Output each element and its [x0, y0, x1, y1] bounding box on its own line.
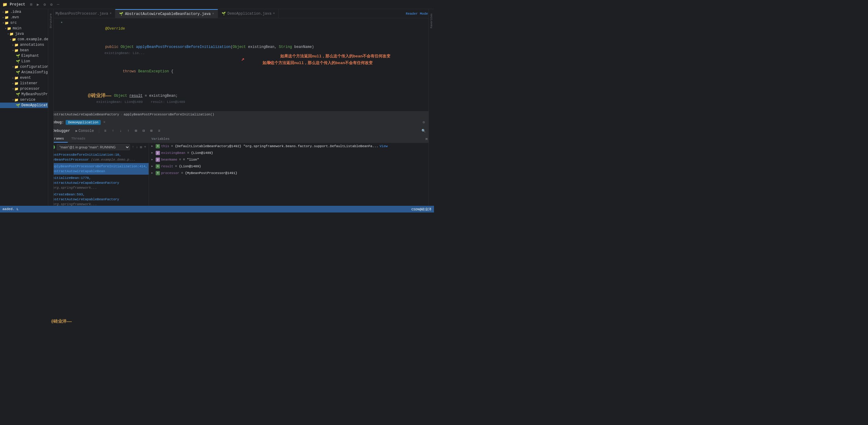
sidebar-item-java[interactable]: ▾ 📁 java	[0, 31, 48, 37]
breadcrumb-part1[interactable]: AbstractAutowireCapableBeanFactory	[51, 113, 119, 116]
minimize-icon[interactable]: —	[56, 2, 60, 7]
type-text: Object	[232, 45, 248, 49]
thread-selector: ▶ "main"@1 in group "main": RUNNING ↑ ↓ …	[48, 143, 149, 151]
debug-tab-close[interactable]: ×	[103, 120, 105, 125]
debug-search-icon[interactable]: 🔍	[422, 129, 426, 133]
tab-close-icon[interactable]: ×	[110, 12, 112, 15]
type-text: BeansException	[138, 69, 169, 73]
tab-abstractautowire[interactable]: 🌱 AbstractAutowireCapableBeanFactory.jav…	[115, 9, 218, 18]
tab-close-icon[interactable]: ×	[273, 12, 275, 15]
sidebar-item-mybeanpostprocessor[interactable]: 🌱 MyBeanPostProcessor	[0, 92, 48, 97]
debug-app-tab[interactable]: DemoApplication	[66, 120, 101, 125]
structure-icon[interactable]: ⊞	[29, 2, 34, 7]
step-down-btn[interactable]: ↓	[118, 128, 124, 134]
thread-add[interactable]: +	[144, 145, 146, 149]
step-up-btn[interactable]: ↑	[110, 128, 116, 134]
frame-item[interactable]: postProcessBeforeInitialization:10, MyBe…	[48, 151, 149, 163]
code-line: Object result = existingBean; existingBe…	[48, 87, 434, 111]
step-settings-btn[interactable]: ≡	[102, 128, 108, 134]
var-eq: =	[181, 171, 183, 176]
tab-close-icon[interactable]: ×	[212, 12, 214, 16]
code-line: ● @Override	[48, 20, 434, 38]
var-expand-icon[interactable]: ▶	[151, 164, 154, 169]
sidebar-item-src[interactable]: ▾ 📁 src	[0, 20, 48, 26]
var-item-existingbean[interactable]: ▶ p existingBean = {Lion@1489}	[149, 150, 434, 156]
vtab-structure[interactable]: Structure	[49, 11, 54, 30]
thread-select[interactable]: "main"@1 in group "main": RUNNING	[57, 144, 130, 150]
var-type-icon: p	[156, 151, 160, 155]
sidebar-item-elephant[interactable]: 🌱 Elephant	[0, 53, 48, 59]
frame-method: initializeBean:1770, AbstractAutowireCap…	[51, 176, 119, 185]
var-type-icon: ≡	[156, 144, 160, 148]
frame-item[interactable]: initializeBean:1770, AbstractAutowireCap…	[48, 175, 149, 191]
code-editor[interactable]: ● @Override public Object applyBeanPostP…	[48, 18, 434, 111]
keyword: throws	[96, 69, 138, 73]
console-tab-btn[interactable]: ▶ Console	[74, 128, 96, 134]
thread-nav-up[interactable]: ↑	[132, 145, 134, 149]
threads-tab-btn[interactable]: Threads	[68, 135, 89, 143]
var-expand-icon[interactable]: ▶	[151, 157, 154, 162]
var-value: {Lion@1489}	[191, 151, 213, 155]
sidebar-item-animalconfig[interactable]: 🌱 AnimalConfig	[0, 70, 48, 75]
tab-mybeanpostprocessor[interactable]: ☕ MyBeanPostProcessor.java ×	[48, 9, 115, 18]
var-item-beanname[interactable]: ▶ p beanName = = "lion"	[149, 156, 434, 163]
step-resume-btn[interactable]: ↑	[125, 128, 131, 134]
var-expand-icon[interactable]: ▶	[151, 144, 154, 149]
var-expand-icon[interactable]: ▶	[151, 171, 154, 176]
debug-body: Frames Threads ▶ "main"@1 in group "main…	[48, 135, 434, 212]
sidebar-label: AnimalConfig	[21, 70, 48, 74]
var-item-result[interactable]: ▶ ≡ result = {Lion@1489}	[149, 163, 434, 170]
var-item-this[interactable]: ▶ ≡ this = {DefaultListableBeanFactory@1…	[149, 143, 434, 150]
sidebar-item-listener[interactable]: ▸ 📁 listener	[0, 81, 48, 86]
vtab-favorites[interactable]: Favorites	[429, 11, 434, 30]
var-expand-icon[interactable]: ▶	[151, 151, 154, 155]
tab-demoapplication[interactable]: 🌱 DemoApplication.java ×	[218, 9, 279, 18]
debug-icon[interactable]: ⚙	[42, 2, 47, 7]
debug-toolbar: Debugger ▶ Console | ≡ ↑ ↓ ↑ ⊞ ⊟ ⊞ ≡	[48, 127, 434, 135]
var-eq: =	[187, 151, 189, 155]
sidebar-item-demoapplication[interactable]: 🌱 DemoApplication	[0, 102, 48, 108]
line-content: @Override	[64, 20, 434, 38]
status-text: aaded. L	[2, 207, 19, 211]
line-content	[64, 81, 434, 87]
frame-item-active[interactable]: applyBeanPostProcessorsBeforeInitializat…	[48, 163, 149, 175]
thread-nav-down[interactable]: ↓	[136, 145, 138, 149]
sidebar-item-idea[interactable]: ▸ 📁 .idea	[0, 9, 48, 14]
run-icon[interactable]: ▶	[35, 2, 40, 7]
folder-icon: 📁	[14, 87, 19, 91]
table-view-btn[interactable]: ⊞	[149, 128, 154, 134]
sidebar-item-main[interactable]: ▾ 📁 main	[0, 26, 48, 31]
var-eq: =	[171, 144, 173, 149]
sidebar-label: event	[20, 76, 31, 80]
debug-settings-icon[interactable]: ⚙	[423, 120, 425, 125]
type-text: Object	[96, 94, 129, 98]
breadcrumb-part2[interactable]: applyBeanPostProcessorsBeforeInitializat…	[124, 113, 214, 116]
sidebar-item-event[interactable]: ▸ 📁 event	[0, 75, 48, 81]
step-action2-btn[interactable]: ⊟	[141, 128, 147, 134]
sidebar-item-configuration[interactable]: ▾ 📁 configuration	[0, 64, 48, 70]
sidebar-item-bean[interactable]: ▾ 📁 bean	[0, 48, 48, 53]
spring-icon: 🌱	[16, 103, 20, 108]
sidebar-item-service[interactable]: ▾ 📁 service	[0, 97, 48, 102]
sidebar-item-com[interactable]: ▾ 📁 com.example.demo	[0, 37, 48, 42]
sidebar-item-mvn[interactable]: ▸ 📁 .mvn	[0, 14, 48, 20]
thread-filter[interactable]: ⊞	[140, 145, 142, 150]
frame-item[interactable]: doCreateBean:593, AbstractAutowireCapabl…	[48, 191, 149, 208]
frame-loc: (com.example.demo.p...	[91, 158, 135, 161]
step-action-btn[interactable]: ⊞	[133, 128, 139, 134]
var-view-link[interactable]: View	[380, 144, 388, 149]
annotation-text: @Override	[96, 27, 125, 31]
settings-icon[interactable]: ⚙	[49, 2, 54, 7]
function-name: applyBeanPostProcessorsBeforeInitializat…	[136, 45, 230, 49]
sidebar-item-lion[interactable]: 🌱 Lion	[0, 59, 48, 64]
chevron-icon: ▾	[7, 32, 9, 36]
sidebar-label: DemoApplication	[21, 103, 48, 108]
var-item-processor[interactable]: ▶ ≡ processor = {MyBeanPostProcessor@149…	[149, 170, 434, 177]
list-view-btn[interactable]: ≡	[156, 128, 162, 134]
chevron-icon: ▾	[10, 38, 11, 41]
debugger-tab-btn[interactable]: Debugger	[51, 128, 72, 134]
sidebar-item-processor[interactable]: ▾ 📁 processor	[0, 86, 48, 92]
sidebar-item-annotations[interactable]: ▸ 📁 annotations	[0, 42, 48, 48]
sidebar-label: listener	[20, 81, 37, 86]
project-sidebar: ▸ 📁 .idea ▸ 📁 .mvn ▾ 📁 src ▾ 📁 main ▾	[0, 9, 48, 212]
